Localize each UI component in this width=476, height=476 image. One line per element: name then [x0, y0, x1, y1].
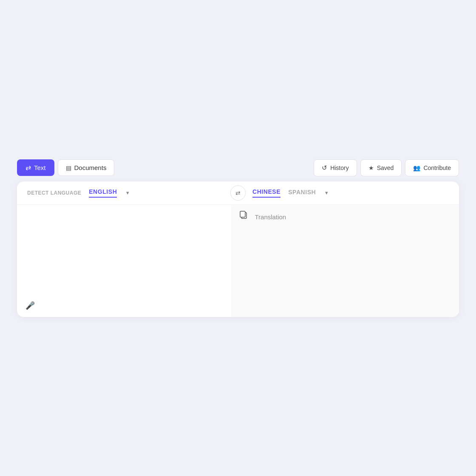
- microphone-icon: 🎤: [26, 301, 35, 310]
- source-language-english[interactable]: ENGLISH: [89, 188, 117, 198]
- source-language-chevron[interactable]: ▾: [125, 189, 131, 197]
- svg-rect-1: [240, 211, 245, 217]
- text-tab-label: Text: [34, 164, 46, 171]
- translation-card: DETECT LANGUAGE ENGLISH ▾ ⇄ CHINESE SPAN…: [17, 181, 459, 317]
- star-icon: ★: [368, 164, 374, 171]
- chevron-down-icon: ▾: [126, 190, 129, 196]
- saved-button[interactable]: ★ Saved: [360, 159, 402, 176]
- text-tab-button[interactable]: ⇄ Text: [17, 159, 54, 176]
- source-text-input[interactable]: [27, 213, 221, 296]
- history-label: History: [330, 164, 349, 171]
- app-container: ⇄ Text ▤ Documents ↺ History ★ Saved 👥 C…: [17, 159, 459, 317]
- saved-label: Saved: [377, 164, 394, 171]
- people-icon: 👥: [413, 164, 420, 171]
- microphone-button[interactable]: 🎤: [26, 301, 35, 310]
- copy-button[interactable]: [240, 211, 247, 221]
- swap-icon: ⇄: [235, 190, 241, 196]
- source-lang-section: DETECT LANGUAGE ENGLISH ▾: [27, 181, 224, 204]
- target-language-chinese[interactable]: CHINESE: [252, 188, 280, 198]
- translate-icon: ⇄: [26, 164, 31, 172]
- swap-languages-button[interactable]: ⇄: [230, 185, 246, 201]
- history-icon: ↺: [322, 164, 327, 172]
- target-language-chevron[interactable]: ▾: [323, 189, 330, 197]
- language-bar: DETECT LANGUAGE ENGLISH ▾ ⇄ CHINESE SPAN…: [17, 181, 459, 205]
- toolbar: ⇄ Text ▤ Documents ↺ History ★ Saved 👥 C…: [17, 159, 459, 176]
- document-icon: ▤: [66, 164, 71, 171]
- contribute-label: Contribute: [423, 164, 451, 171]
- history-button[interactable]: ↺ History: [314, 159, 357, 176]
- toolbar-left: ⇄ Text ▤ Documents: [17, 159, 114, 176]
- toolbar-right: ↺ History ★ Saved 👥 Contribute: [314, 159, 459, 176]
- documents-tab-label: Documents: [74, 164, 107, 171]
- detect-language-label[interactable]: DETECT LANGUAGE: [27, 190, 81, 196]
- source-area: 🎤: [17, 205, 232, 317]
- text-areas: 🎤 Translation: [17, 205, 459, 317]
- documents-tab-button[interactable]: ▤ Documents: [58, 159, 115, 176]
- chevron-down-icon-target: ▾: [325, 190, 328, 196]
- contribute-button[interactable]: 👥 Contribute: [405, 159, 459, 176]
- translation-output: Translation: [255, 213, 286, 221]
- target-language-spanish[interactable]: SPANISH: [288, 189, 316, 197]
- copy-icon: [240, 211, 247, 219]
- target-lang-section: CHINESE SPANISH ▾: [252, 181, 449, 204]
- target-area: Translation: [232, 205, 459, 317]
